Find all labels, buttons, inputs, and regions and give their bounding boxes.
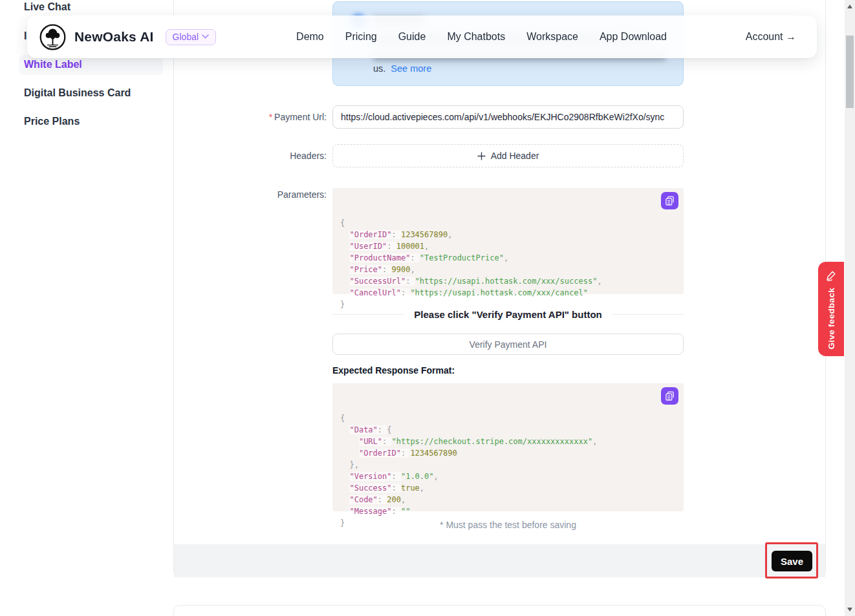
nav-link-my-chatbots[interactable]: My Chatbots [447,31,505,43]
nav-links: Demo Pricing Guide My Chatbots Workspace… [296,31,667,43]
save-button[interactable]: Save [772,551,812,571]
parameters-code-block: { "OrderID": 1234567890, "UserID": 10000… [332,188,684,294]
verify-payment-api-button[interactable]: Verify Payment API [332,334,684,355]
give-feedback-tab[interactable]: Give feedback [818,262,844,356]
must-pass-note: * Must pass the test before saving [332,520,684,530]
headers-label: Headers: [181,151,327,161]
chevron-down-icon [202,34,209,39]
parameters-label: Parameters: [181,189,327,200]
account-link[interactable]: Account → [746,31,796,43]
payment-url-label: *Payment Url: [181,112,327,122]
sidebar-item-price-plans[interactable]: Price Plans [24,116,80,127]
pencil-icon [825,270,837,281]
give-feedback-label: Give feedback [827,288,836,349]
sidebar-item-digital-business-card[interactable]: Digital Business Card [24,87,131,99]
scroll-up-icon[interactable] [847,5,852,8]
scrollbar-thumb[interactable] [846,36,854,108]
add-header-button[interactable]: Add Header [332,144,684,167]
scrollbar[interactable] [845,0,855,616]
nav-link-pricing[interactable]: Pricing [345,31,377,43]
divider-text: Please click "Verify Payment API" button [414,309,601,320]
verify-divider: Please click "Verify Payment API" button [332,309,684,320]
see-more-link[interactable]: See more [391,63,431,74]
copy-icon[interactable] [661,192,678,209]
nav-link-demo[interactable]: Demo [296,31,324,43]
nav-link-guide[interactable]: Guide [398,31,426,43]
response-code-block: { "Data": { "URL": "https://checkout.str… [332,383,684,511]
nav-link-workspace[interactable]: Workspace [526,31,578,43]
region-selector[interactable]: Global [166,29,216,45]
copy-icon[interactable] [661,387,678,405]
required-mark: * [269,112,272,122]
region-label: Global [173,32,199,42]
sidebar-item-live-chat[interactable]: Live Chat [24,1,70,13]
expected-response-label: Expected Response Format: [332,365,455,376]
top-navbar: NewOaks AI Global Demo Pricing Guide My … [27,16,817,58]
payment-url-input[interactable] [332,105,684,129]
nav-link-app-download[interactable]: App Download [600,31,667,43]
brand-name[interactable]: NewOaks AI [74,29,154,45]
plus-icon [477,152,486,160]
newoaks-logo-icon[interactable] [39,23,67,51]
reminder-text: us. [373,63,385,74]
sidebar-item-white-label[interactable]: White Label [24,59,82,70]
scroll-down-icon[interactable] [847,608,852,611]
next-section-card [173,605,826,616]
